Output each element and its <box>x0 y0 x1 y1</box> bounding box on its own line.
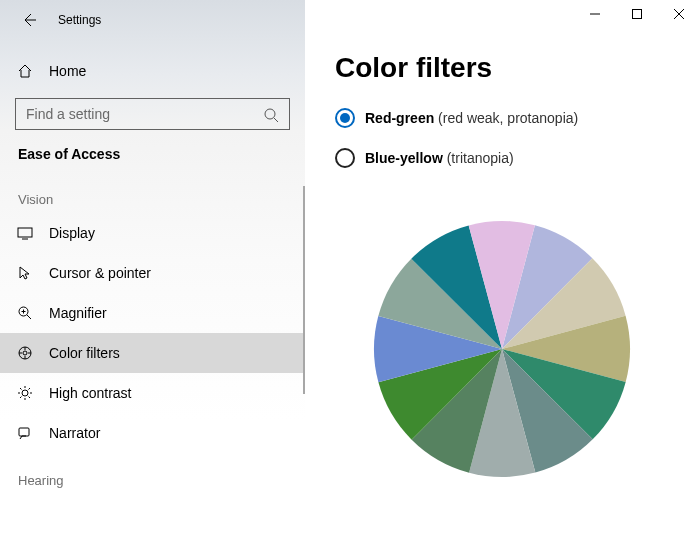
sidebar-item-highcontrast[interactable]: High contrast <box>0 373 305 413</box>
close-icon <box>674 9 684 19</box>
settings-window: Settings Home Ease of Access Vision Disp… <box>0 0 700 553</box>
radio-icon <box>335 108 355 128</box>
option-red-green[interactable]: Red-green (red weak, protanopia) <box>335 106 700 130</box>
search-input[interactable] <box>15 98 290 130</box>
color-filter-options: Red-green (red weak, protanopia) Blue-ye… <box>335 106 700 170</box>
highcontrast-icon <box>17 385 33 401</box>
svg-point-5 <box>22 390 28 396</box>
nav-label: Display <box>49 225 95 241</box>
main-area: Color filters Red-green (red weak, prota… <box>305 0 700 553</box>
radio-icon <box>335 148 355 168</box>
home-label: Home <box>49 63 86 79</box>
nav-label: High contrast <box>49 385 131 401</box>
titlebar-left: Settings <box>0 0 305 40</box>
titlebar-right <box>305 0 700 40</box>
app-title: Settings <box>58 13 101 27</box>
sidebar: Settings Home Ease of Access Vision Disp… <box>0 0 305 553</box>
minimize-icon <box>590 9 600 19</box>
minimize-button[interactable] <box>574 0 616 28</box>
nav-label: Narrator <box>49 425 100 441</box>
option-label: Blue-yellow (tritanopia) <box>365 150 514 166</box>
sidebar-item-colorfilters[interactable]: Color filters <box>0 333 305 373</box>
search-container <box>15 98 290 130</box>
color-wheel-icon <box>373 220 631 478</box>
sidebar-item-magnifier[interactable]: Magnifier <box>0 293 305 333</box>
narrator-icon <box>17 425 33 441</box>
nav-label: Magnifier <box>49 305 107 321</box>
close-button[interactable] <box>658 0 700 28</box>
category-title: Ease of Access <box>0 130 305 172</box>
svg-rect-7 <box>633 10 642 19</box>
maximize-button[interactable] <box>616 0 658 28</box>
magnifier-icon <box>17 305 33 321</box>
svg-rect-1 <box>18 228 32 237</box>
option-label: Red-green (red weak, protanopia) <box>365 110 578 126</box>
sidebar-item-cursor[interactable]: Cursor & pointer <box>0 253 305 293</box>
nav-label: Cursor & pointer <box>49 265 151 281</box>
sidebar-item-display[interactable]: Display <box>0 213 305 253</box>
page-title: Color filters <box>335 52 700 84</box>
sidebar-item-home[interactable]: Home <box>0 54 305 88</box>
page-content: Color filters Red-green (red weak, prota… <box>305 40 700 482</box>
nav-label: Color filters <box>49 345 120 361</box>
color-wheel-preview <box>373 220 700 482</box>
cursor-icon <box>17 265 33 281</box>
svg-point-4 <box>23 351 27 355</box>
maximize-icon <box>632 9 642 19</box>
group-hearing: Hearing <box>0 453 305 494</box>
home-icon <box>17 63 33 79</box>
arrow-left-icon <box>21 12 37 28</box>
group-vision: Vision <box>0 172 305 213</box>
option-blue-yellow[interactable]: Blue-yellow (tritanopia) <box>335 146 700 170</box>
display-icon <box>17 225 33 241</box>
colorfilters-icon <box>17 345 33 361</box>
back-button[interactable] <box>15 6 43 34</box>
svg-rect-6 <box>19 428 29 436</box>
sidebar-item-narrator[interactable]: Narrator <box>0 413 305 453</box>
